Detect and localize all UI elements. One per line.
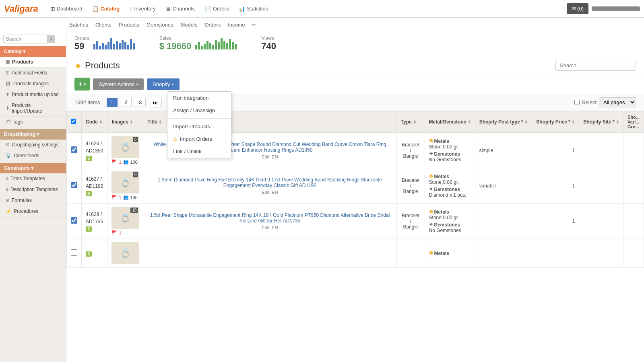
search-input[interactable]: [555, 60, 636, 71]
sidebar-item-tags[interactable]: 🏷 Tags: [0, 117, 66, 128]
row3-edit-link[interactable]: Edit: EN: [147, 225, 392, 230]
th-shopify-site[interactable]: Shopify Site * ⇕: [579, 111, 623, 133]
subnav-gemstones[interactable]: Gemstones: [146, 20, 174, 29]
system-actions-button[interactable]: System Actions ▾: [93, 78, 144, 90]
sidebar-item-titles-templates[interactable]: ≡ Titles Templates: [0, 173, 66, 184]
shopify-button[interactable]: Shopify ▾: [147, 78, 179, 90]
last-page-button[interactable]: ⏭: [149, 98, 162, 107]
menu-link-unlink[interactable]: Link / Unlink: [167, 145, 231, 158]
menu-import-orders[interactable]: ⚠ Import Orders: [167, 133, 231, 145]
table-header: Code ⇕ Images ⇕ Title ⇕ Type ⇕ Metal/Gem…: [67, 111, 644, 133]
row3-title-cell: 1.5ct Pear Shape Moissanite Engagement R…: [143, 204, 396, 239]
th-type[interactable]: Type ⇕: [396, 111, 425, 133]
row4-title-cell: [143, 239, 396, 268]
row2-shopify-icon: S: [86, 191, 92, 196]
header-checkbox[interactable]: [71, 119, 76, 124]
row2-thumbnail[interactable]: 💍 9: [111, 171, 139, 193]
row1-checkbox[interactable]: [71, 146, 77, 153]
formulas-icon: ⊕: [6, 197, 10, 203]
nav-dashboard[interactable]: ⊞ Dashboard: [46, 3, 87, 14]
row4-checkbox[interactable]: [71, 249, 77, 256]
menu-divider-1: [167, 118, 231, 119]
nav-channels[interactable]: 🖥 Channels: [161, 3, 199, 14]
table-row: S 💍 ♻ Metals: [67, 239, 644, 268]
row2-checkbox[interactable]: [71, 182, 77, 188]
sidebar-item-product-media-upload[interactable]: ⬆ Product media upload: [0, 89, 66, 100]
sidebar-item-procedures[interactable]: ⚡ Procedures: [0, 206, 66, 217]
row3-title[interactable]: 1.5ct Pear Shape Moissanite Engagement R…: [147, 212, 392, 224]
subnav-models[interactable]: Models: [180, 20, 198, 29]
th-images[interactable]: Images ⇕: [107, 111, 143, 133]
page-btn-3[interactable]: 3: [135, 98, 146, 107]
page-btn-2[interactable]: 2: [121, 98, 132, 107]
catalog-section-header[interactable]: Catalog ▾: [0, 46, 66, 57]
row3-img-count: 10: [130, 208, 138, 213]
th-shopify-price[interactable]: Shopify Price * ⇕: [532, 111, 579, 133]
menu-import-products[interactable]: Import Products: [167, 120, 231, 133]
add-dropdown-arrow: ▾: [84, 82, 86, 86]
select-pages-dropdown[interactable]: All pages This page None: [599, 97, 636, 107]
row2-title[interactable]: 1.3mm Diamond Pave Ring Half Eternity 14…: [147, 177, 392, 188]
sidebar-item-formulas[interactable]: ⊕ Formulas: [0, 195, 66, 206]
row2-shopify-post: variable: [475, 168, 532, 204]
subnav-clients[interactable]: Clients: [95, 20, 112, 29]
orders-label: Orders: [74, 35, 89, 41]
row1-metals-icon: ♻: [429, 138, 433, 144]
row4-thumbnail[interactable]: 💍: [111, 242, 139, 264]
app-logo: Valigara: [4, 4, 38, 14]
generators-section-header[interactable]: Generators ▾: [0, 163, 66, 173]
row3-thumbnail[interactable]: 💍 10: [111, 207, 139, 229]
sidebar-item-products-images[interactable]: 🖼 Products Images: [0, 78, 66, 89]
row2-edit-link[interactable]: Edit: EN: [147, 190, 392, 195]
row4-shopify-group: [623, 239, 644, 268]
nav-catalog[interactable]: 📋 Catalog: [88, 3, 124, 14]
shopify-post-sort-icon: ⇕: [524, 120, 528, 124]
sidebar-item-products[interactable]: ▣ Products: [0, 57, 66, 68]
select-all-checkbox[interactable]: [574, 100, 580, 105]
page-btn-1[interactable]: 1: [107, 98, 118, 107]
subnav-batches[interactable]: Batches: [68, 20, 89, 29]
nav-inventory[interactable]: ≡ Inventory: [125, 3, 160, 14]
sidebar-item-additional-fields[interactable]: ⊞ Additional Fields: [0, 68, 66, 78]
metal-sort-icon: ⇕: [468, 120, 471, 124]
th-shopify-post-type[interactable]: Shopify Post type * ⇕: [475, 111, 532, 133]
menu-run-integration[interactable]: Run integration: [167, 92, 231, 104]
sidebar-search-input[interactable]: [3, 35, 47, 43]
row2-code-cell: 41627 /AD1192 S: [82, 168, 107, 204]
sidebar-search-button[interactable]: ›: [47, 35, 55, 43]
sidebar-item-client-feeds[interactable]: 📡 Client feeds: [0, 150, 66, 161]
nav-statistics[interactable]: 📊 Statistics: [234, 3, 272, 14]
favorite-star-icon[interactable]: ★: [74, 61, 82, 70]
subnav-orders[interactable]: Orders: [204, 20, 221, 29]
stat-views: Views 740: [261, 35, 276, 51]
row3-checkbox[interactable]: [71, 217, 77, 224]
th-metal-gemstone[interactable]: Metal/Gemstone ⇕: [425, 111, 475, 133]
images-sort-icon: ⇕: [130, 120, 133, 124]
sidebar-item-description-templates[interactable]: ≡ Description Templates: [0, 184, 66, 195]
pagination-bar: 1692 items 1 2 3 ⏭ Select All pages This…: [66, 94, 644, 111]
sidebar-item-dropshipping-settings[interactable]: ⚙ Dropshipping settings: [0, 140, 66, 150]
subnav-income[interactable]: Income: [227, 20, 246, 29]
views-value: 740: [261, 41, 276, 51]
row1-thumbnail[interactable]: 💍 6: [111, 136, 139, 158]
row4-metals-label: ♻ Metals: [429, 251, 471, 256]
row2-metals-detail: Stone 0.00 gr.: [429, 179, 471, 185]
dashboard-icon: ⊞: [50, 6, 55, 12]
th-code[interactable]: Code ⇕: [82, 111, 107, 133]
row2-type-cell: Bracelet / Bangle: [396, 168, 425, 204]
stat-divider-2: [249, 35, 249, 51]
dropshipping-section-header[interactable]: Dropshipping ▾: [0, 129, 66, 140]
add-button[interactable]: + ▾: [74, 78, 90, 90]
mail-button[interactable]: ✉ (0): [567, 3, 589, 14]
description-templates-icon: ≡: [6, 187, 8, 192]
menu-assign-unassign[interactable]: Assign / Unassign: [167, 104, 231, 117]
sales-chart: [195, 37, 237, 49]
subnav-products[interactable]: Products: [118, 20, 140, 29]
sidebar-item-products-import[interactable]: ⬇ Products Import/Update: [0, 100, 66, 117]
client-feeds-icon: 📡: [6, 153, 12, 158]
row2-title-cell: 1.3mm Diamond Pave Ring Half Eternity 14…: [143, 168, 396, 204]
views-label: Views: [261, 35, 276, 41]
edit-subnav-icon[interactable]: ✏: [252, 22, 256, 28]
nav-orders[interactable]: 📄 Orders: [200, 3, 233, 14]
user-button[interactable]: [592, 6, 640, 11]
